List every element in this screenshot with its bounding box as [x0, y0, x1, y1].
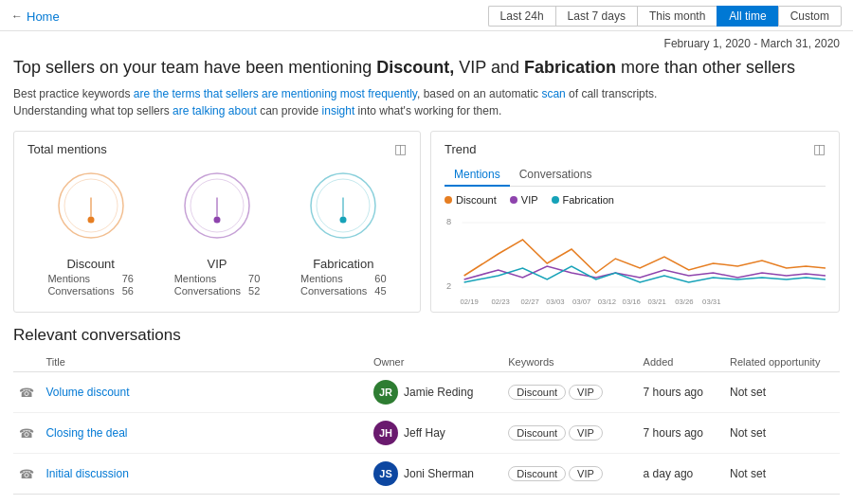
circle-label: Discount	[66, 257, 115, 271]
time-filter-custom[interactable]: Custom	[778, 6, 842, 27]
time-filter-alltime[interactable]: All time	[717, 6, 777, 27]
table-row: ☎ Closing the deal JH Jeff Hay DiscountV…	[13, 413, 840, 454]
trend-panel: Trend ◫ MentionsConversations DiscountVI…	[430, 131, 840, 313]
related-cell: Not set	[724, 413, 840, 454]
panel-options-icon[interactable]: ◫	[394, 141, 407, 156]
related-cell: Not set	[724, 372, 840, 413]
legend-label: Discount	[456, 194, 497, 206]
svg-text:03/21: 03/21	[647, 297, 665, 306]
svg-text:03/07: 03/07	[572, 297, 590, 306]
added-cell: 7 hours ago	[638, 372, 724, 413]
keyword-badge: VIP	[569, 466, 603, 481]
panel-title-trend: Trend	[445, 142, 476, 156]
table-header-row: Title Owner Keywords Added Related oppor…	[13, 352, 840, 372]
col-header-owner: Owner	[368, 352, 502, 372]
added-cell: 7 hours ago	[638, 413, 724, 454]
subtext: Best practice keywords are the terms tha…	[0, 83, 853, 127]
table-head: Title Owner Keywords Added Related oppor…	[13, 352, 840, 372]
legend-dot	[552, 196, 559, 204]
col-header-added: Added	[638, 352, 724, 372]
owner-name: Jamie Reding	[404, 386, 473, 399]
legend-item-fabrication: Fabrication	[552, 194, 614, 206]
keyword-badge: Discount	[508, 385, 566, 400]
svg-text:03/03: 03/03	[546, 297, 564, 306]
legend-label: Fabrication	[563, 194, 614, 206]
table-body: ☎ Volume discount JR Jamie Reding Discou…	[13, 372, 840, 495]
circle-stats: Mentions60 Conversations45	[300, 273, 387, 297]
panel-title-mentions: Total mentions	[27, 142, 107, 156]
keyword1: Discount,	[376, 58, 454, 77]
total-mentions-panel: Total mentions ◫ Discount Mentions76 Con…	[13, 131, 421, 313]
col-header-icon	[13, 352, 40, 372]
avatar: JS	[373, 461, 398, 486]
back-arrow-icon[interactable]: ←	[11, 9, 23, 23]
owner-cell: JS Joni Sherman	[368, 454, 502, 495]
trend-chart-svg: 8 2 02/19 02/23 02/27 03/03 03/07 03/12 …	[445, 211, 826, 306]
headline-and: and	[486, 58, 524, 77]
keyword-badge: Discount	[508, 466, 566, 481]
legend-item-vip: VIP	[510, 194, 538, 206]
panels-container: Total mentions ◫ Discount Mentions76 Con…	[0, 127, 853, 316]
relevant-conversations-section: Relevant conversations Title Owner Keywo…	[0, 316, 853, 495]
legend-dot	[445, 196, 452, 204]
avatar: JH	[373, 421, 398, 445]
time-filter-last7days[interactable]: Last 7 days	[555, 6, 637, 27]
circle-item-vip: VIP Mentions70 Conversations52	[174, 168, 261, 297]
circles-container: Discount Mentions76 Conversations56 VIP …	[27, 164, 407, 302]
svg-text:03/31: 03/31	[702, 297, 720, 306]
col-header-related: Related opportunity	[724, 352, 840, 372]
svg-text:02/23: 02/23	[491, 297, 509, 306]
keyword-badge: VIP	[569, 425, 603, 441]
trend-options-icon[interactable]: ◫	[813, 141, 826, 156]
subtext-line2: Understanding what top sellers are talki…	[13, 102, 840, 119]
keywords-cell: DiscountVIP	[502, 413, 637, 454]
trend-tab-conversations[interactable]: Conversations	[510, 164, 602, 187]
svg-text:2: 2	[446, 281, 451, 291]
legend-item-discount: Discount	[445, 194, 497, 206]
title-cell[interactable]: Closing the deal	[40, 413, 368, 454]
circle-item-discount: Discount Mentions76 Conversations56	[47, 168, 134, 297]
time-filter-thismonth[interactable]: This month	[637, 6, 717, 27]
headline-suffix: more than other sellers	[616, 58, 795, 77]
circle-label: Fabrication	[313, 257, 373, 271]
title-cell[interactable]: Volume discount	[40, 372, 368, 413]
keyword2: Fabrication	[524, 58, 616, 77]
table-row: ☎ Volume discount JR Jamie Reding Discou…	[13, 372, 840, 413]
keywords-cell: DiscountVIP	[502, 454, 637, 495]
avatar: JR	[373, 380, 398, 405]
owner-name: Jeff Hay	[404, 426, 445, 440]
phone-cell: ☎	[13, 413, 40, 454]
phone-cell: ☎	[13, 454, 40, 495]
svg-text:03/12: 03/12	[598, 297, 616, 306]
circle-stats: Mentions76 Conversations56	[47, 273, 134, 297]
owner-cell: JH Jeff Hay	[368, 413, 502, 454]
time-filter-last24h[interactable]: Last 24h	[488, 6, 555, 27]
trend-tab-mentions[interactable]: Mentions	[445, 164, 510, 187]
headline-prefix: Top sellers on your team have been menti…	[13, 58, 376, 77]
keyword-vip: VIP	[454, 58, 486, 77]
title-cell[interactable]: Initial discussion	[40, 454, 368, 495]
phone-cell: ☎	[13, 372, 40, 413]
conversations-table: Title Owner Keywords Added Related oppor…	[13, 352, 840, 495]
panel-header-mentions: Total mentions ◫	[27, 141, 407, 156]
keyword-badge: VIP	[569, 385, 603, 400]
section-title: Relevant conversations	[13, 326, 840, 345]
owner-name: Joni Sherman	[404, 467, 474, 480]
panel-header-trend: Trend ◫	[445, 141, 826, 156]
table-row: ☎ Initial discussion JS Joni Sherman Dis…	[13, 454, 840, 495]
trend-chart: 8 2 02/19 02/23 02/27 03/03 03/07 03/12 …	[445, 211, 826, 297]
date-range: February 1, 2020 - March 31, 2020	[0, 31, 853, 52]
legend-label: VIP	[521, 194, 538, 206]
svg-text:02/27: 02/27	[520, 297, 538, 306]
headline: Top sellers on your team have been menti…	[0, 52, 853, 83]
svg-text:03/16: 03/16	[623, 297, 641, 306]
owner-cell: JR Jamie Reding	[368, 372, 502, 413]
circle-stats: Mentions70 Conversations52	[174, 273, 261, 297]
circle-item-fabrication: Fabrication Mentions60 Conversations45	[300, 168, 387, 297]
phone-icon: ☎	[19, 386, 34, 400]
home-link[interactable]: Home	[27, 9, 60, 24]
col-header-title: Title	[40, 352, 368, 372]
subtext-line1: Best practice keywords are the terms tha…	[13, 85, 840, 102]
phone-icon: ☎	[19, 426, 34, 441]
time-filter-group: Last 24hLast 7 daysThis monthAll timeCus…	[488, 6, 842, 27]
